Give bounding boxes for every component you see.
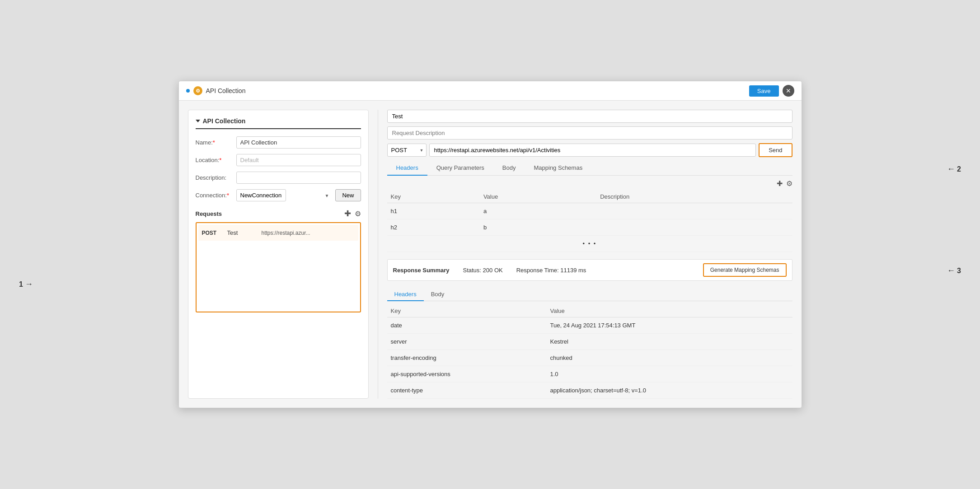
tab-body[interactable]: Body (493, 161, 525, 176)
titlebar: ⚙ API Collection Save ✕ (179, 81, 802, 101)
method-select[interactable]: POST GET PUT DELETE (387, 144, 427, 157)
panel-header: API Collection (196, 117, 361, 129)
tab-headers[interactable]: Headers (387, 161, 427, 176)
response-label: Response Summary (393, 267, 450, 274)
tab-mapping-schemas[interactable]: Mapping Schemas (525, 161, 591, 176)
titlebar-right: Save ✕ (749, 85, 794, 97)
response-table: Key Value date Tue, 24 Aug 2021 17:54:13… (387, 305, 792, 399)
add-icon: ✚ (777, 179, 783, 188)
url-input[interactable] (429, 144, 756, 157)
close-window-button[interactable]: ✕ (783, 85, 794, 97)
request-tabs-row: Headers Query Parameters Body Mapping Sc… (387, 161, 792, 176)
response-tabs: Headers Body (387, 288, 792, 301)
col-value: Value (480, 191, 596, 203)
location-label: Location:* (196, 157, 236, 163)
main-window: ⚙ API Collection Save ✕ API Collection (178, 81, 802, 408)
header-key-1: h1 (387, 203, 480, 219)
annotation-2: ← 2 (947, 164, 961, 174)
main-content: API Collection Name:* Location:* (179, 101, 802, 408)
close-icon: ✕ (786, 87, 791, 94)
headers-table-section: ✚ ⚙ Key Value Description (387, 179, 792, 252)
resp-row-date: date Tue, 24 Aug 2021 17:54:13 GMT (387, 317, 792, 334)
resp-row-server: server Kestrel (387, 334, 792, 350)
header-key-2: h2 (387, 219, 480, 236)
header-row-2: h2 b (387, 219, 792, 236)
location-input[interactable] (236, 154, 361, 166)
header-value-1: a (480, 203, 596, 219)
title-dot (186, 89, 190, 93)
response-table-section: Key Value date Tue, 24 Aug 2021 17:54:13… (387, 305, 792, 399)
response-time: Response Time: 11139 ms (516, 267, 586, 274)
resp-col-value: Value (546, 305, 792, 317)
connection-label: Connection:* (196, 192, 236, 199)
header-desc-1 (596, 203, 792, 219)
requests-header: Requests ✚ ⚙ (196, 209, 361, 219)
name-input[interactable] (236, 136, 361, 149)
connection-select[interactable]: NewConnection (236, 189, 286, 201)
more-icon: • • • (387, 236, 792, 252)
response-tab-body[interactable]: Body (424, 288, 452, 301)
request-item[interactable]: POST Test https://restapi.azur... (198, 225, 358, 241)
col-description: Description (596, 191, 792, 203)
col-key: Key (387, 191, 480, 203)
settings-headers-button[interactable]: ⚙ (786, 179, 792, 188)
generate-mapping-button[interactable]: Generate Mapping Schemas (703, 263, 787, 277)
gear-icon-2: ⚙ (786, 179, 792, 188)
description-input[interactable] (236, 172, 361, 184)
resp-key-server: server (387, 334, 547, 350)
request-url: https://restapi.azur... (262, 230, 310, 236)
plus-icon: ✚ (344, 209, 351, 219)
panel-title: API Collection (203, 117, 246, 125)
resp-val-server: Kestrel (546, 334, 792, 350)
response-tab-headers[interactable]: Headers (387, 288, 424, 301)
request-name: Test (227, 229, 254, 236)
resp-row-transfer: transfer-encoding chunked (387, 350, 792, 366)
name-label: Name:* (196, 139, 236, 146)
connection-row: Connection:* NewConnection New (196, 189, 361, 201)
table-actions: ✚ ⚙ (387, 179, 792, 188)
chevron-down-icon (196, 120, 200, 122)
add-request-button[interactable]: ✚ (344, 209, 351, 219)
gear-icon: ⚙ (355, 210, 361, 218)
name-row: Name:* (196, 136, 361, 149)
window-title: API Collection (206, 87, 246, 94)
annotation-1: 1 → (19, 279, 33, 289)
resp-val-api-versions: 1.0 (546, 366, 792, 382)
response-status: Status: 200 OK (463, 267, 503, 274)
resp-row-content-type: content-type application/json; charset=u… (387, 382, 792, 399)
url-row: POST GET PUT DELETE Send (387, 143, 792, 157)
resp-key-transfer: transfer-encoding (387, 350, 547, 366)
request-description-input[interactable] (387, 126, 792, 140)
response-bar: Response Summary Status: 200 OK Response… (387, 259, 792, 281)
request-title-input[interactable] (387, 110, 792, 123)
method-select-wrapper: POST GET PUT DELETE (387, 144, 427, 157)
titlebar-left: ⚙ API Collection (186, 86, 246, 95)
add-header-button[interactable]: ✚ (777, 179, 783, 188)
resp-key-date: date (387, 317, 547, 334)
resp-val-date: Tue, 24 Aug 2021 17:54:13 GMT (546, 317, 792, 334)
tab-query-params[interactable]: Query Parameters (427, 161, 493, 176)
settings-button[interactable]: ⚙ (355, 210, 361, 218)
requests-actions: ✚ ⚙ (344, 209, 361, 219)
header-desc-2 (596, 219, 792, 236)
description-row: Description: (196, 172, 361, 184)
response-info: Response Summary Status: 200 OK Response… (393, 267, 586, 274)
requests-title: Requests (196, 210, 222, 217)
resp-val-content-type: application/json; charset=utf-8; v=1.0 (546, 382, 792, 399)
resp-col-key: Key (387, 305, 547, 317)
connection-select-wrapper: NewConnection (236, 189, 333, 201)
left-panel: API Collection Name:* Location:* (188, 110, 369, 399)
resp-val-transfer: chunked (546, 350, 792, 366)
resp-row-api-versions: api-supported-versions 1.0 (387, 366, 792, 382)
headers-table: Key Value Description h1 a (387, 191, 792, 252)
new-connection-button[interactable]: New (335, 189, 361, 201)
request-method: POST (202, 230, 220, 236)
description-label: Description: (196, 174, 236, 181)
requests-list: POST Test https://restapi.azur... (196, 222, 361, 312)
send-button[interactable]: Send (759, 143, 792, 157)
title-icon: ⚙ (193, 86, 202, 95)
requests-section: Requests ✚ ⚙ POST T (196, 209, 361, 312)
header-row-1: h1 a (387, 203, 792, 219)
save-button[interactable]: Save (749, 85, 779, 97)
right-panel: POST GET PUT DELETE Send Headers Query P… (387, 110, 792, 399)
